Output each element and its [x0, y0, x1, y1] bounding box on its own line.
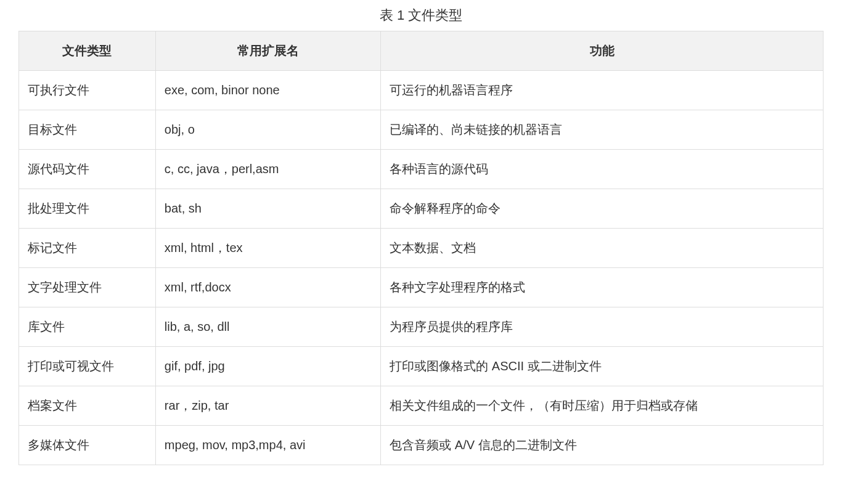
table-row: 目标文件obj, o已编译的、尚未链接的机器语言 [19, 110, 824, 150]
table-row: 文字处理文件xml, rtf,docx各种文字处理程序的格式 [19, 268, 824, 307]
cell-extension: exe, com, binor none [155, 71, 380, 110]
cell-file-type: 源代码文件 [19, 150, 156, 189]
header-file-type: 文件类型 [19, 31, 156, 71]
cell-file-type: 目标文件 [19, 110, 156, 150]
cell-file-type: 可执行文件 [19, 71, 156, 110]
table-row: 库文件lib, a, so, dll为程序员提供的程序库 [19, 307, 824, 347]
cell-file-type: 多媒体文件 [19, 426, 156, 465]
cell-extension: gif, pdf, jpg [155, 347, 380, 386]
cell-function: 打印或图像格式的 ASCII 或二进制文件 [381, 347, 824, 386]
table-row: 标记文件xml, html，tex文本数据、文档 [19, 229, 824, 268]
cell-function: 各种文字处理程序的格式 [381, 268, 824, 307]
cell-file-type: 库文件 [19, 307, 156, 347]
table-row: 批处理文件bat, sh命令解释程序的命令 [19, 189, 824, 229]
cell-extension: xml, html，tex [155, 229, 380, 268]
table-row: 打印或可视文件gif, pdf, jpg打印或图像格式的 ASCII 或二进制文… [19, 347, 824, 386]
cell-function: 各种语言的源代码 [381, 150, 824, 189]
cell-function: 包含音频或 A/V 信息的二进制文件 [381, 426, 824, 465]
cell-file-type: 标记文件 [19, 229, 156, 268]
cell-file-type: 批处理文件 [19, 189, 156, 229]
header-extension: 常用扩展名 [155, 31, 380, 71]
cell-file-type: 档案文件 [19, 386, 156, 426]
table-row: 源代码文件c, cc, java，perl,asm各种语言的源代码 [19, 150, 824, 189]
table-row: 多媒体文件mpeg, mov, mp3,mp4, avi包含音频或 A/V 信息… [19, 426, 824, 465]
cell-extension: c, cc, java，perl,asm [155, 150, 380, 189]
cell-function: 文本数据、文档 [381, 229, 824, 268]
table-caption: 表 1 文件类型 [18, 6, 824, 25]
table-header-row: 文件类型 常用扩展名 功能 [19, 31, 824, 71]
cell-function: 为程序员提供的程序库 [381, 307, 824, 347]
table-row: 档案文件rar，zip, tar相关文件组成的一个文件，（有时压缩）用于归档或存… [19, 386, 824, 426]
cell-extension: bat, sh [155, 189, 380, 229]
cell-function: 可运行的机器语言程序 [381, 71, 824, 110]
cell-extension: mpeg, mov, mp3,mp4, avi [155, 426, 380, 465]
cell-file-type: 文字处理文件 [19, 268, 156, 307]
cell-extension: lib, a, so, dll [155, 307, 380, 347]
cell-extension: rar，zip, tar [155, 386, 380, 426]
header-function: 功能 [381, 31, 824, 71]
cell-function: 已编译的、尚未链接的机器语言 [381, 110, 824, 150]
cell-function: 命令解释程序的命令 [381, 189, 824, 229]
table-row: 可执行文件exe, com, binor none可运行的机器语言程序 [19, 71, 824, 110]
cell-extension: xml, rtf,docx [155, 268, 380, 307]
cell-file-type: 打印或可视文件 [19, 347, 156, 386]
cell-extension: obj, o [155, 110, 380, 150]
cell-function: 相关文件组成的一个文件，（有时压缩）用于归档或存储 [381, 386, 824, 426]
file-types-table: 文件类型 常用扩展名 功能 可执行文件exe, com, binor none可… [18, 31, 824, 465]
